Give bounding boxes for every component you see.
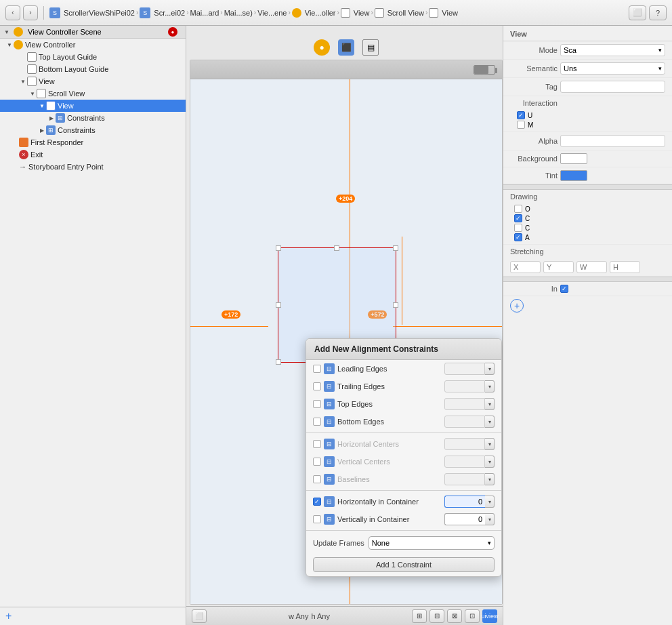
constraint-h-line-left — [190, 326, 268, 327]
installed-checkbox[interactable] — [560, 285, 568, 293]
sidebar-item-constraints-child[interactable]: ⊞ Constraints — [0, 112, 186, 124]
panel-row-stretching: Stretching — [503, 245, 672, 277]
scroll-view-triangle[interactable] — [28, 89, 37, 98]
add-constraint-button[interactable]: Add 1 Constraint — [313, 557, 495, 572]
toolbar-share-button[interactable]: ⬜ — [629, 5, 646, 20]
breadcrumb-item-4[interactable]: Mai...se) — [224, 9, 253, 17]
device-header — [190, 60, 502, 79]
breadcrumb-item-3[interactable]: Mai...ard — [190, 9, 219, 17]
leading-edges-checkbox[interactable] — [313, 365, 321, 373]
breadcrumb-item-6[interactable]: Vie...oller — [292, 8, 336, 18]
trailing-edges-icon: ⊟ — [324, 381, 335, 392]
sidebar-item-constraints-sibling[interactable]: ⊞ Constraints — [0, 124, 186, 136]
stretch-h-input[interactable] — [610, 261, 640, 273]
v-centers-checkbox[interactable] — [313, 458, 321, 466]
clips-checkbox[interactable] — [514, 214, 522, 222]
stretch-x-input[interactable] — [510, 261, 541, 273]
handle-bl[interactable] — [276, 359, 281, 365]
semantic-dropdown[interactable]: Uns ▾ — [560, 62, 665, 75]
tint-color-box[interactable] — [560, 170, 587, 181]
v-container-checkbox[interactable] — [313, 515, 321, 523]
v-centers-dropdown[interactable]: ▾ — [485, 456, 495, 468]
alpha-input[interactable] — [560, 135, 665, 147]
scroll-view-icon — [37, 89, 46, 98]
baselines-dropdown[interactable]: ▾ — [485, 473, 495, 485]
mode-dropdown[interactable]: Sca ▾ — [560, 44, 665, 56]
background-color-box[interactable] — [560, 153, 587, 164]
scene-triangle[interactable] — [3, 27, 11, 37]
breadcrumb-item-1[interactable]: S ScrollerViewShiPei02 — [49, 7, 135, 18]
v-container-input[interactable] — [444, 513, 485, 525]
handle-tl[interactable] — [276, 245, 281, 251]
breadcrumb-item-5[interactable]: Vie...ene — [257, 9, 287, 17]
user-interaction-checkbox[interactable] — [517, 111, 525, 119]
sidebar-item-bottom-layout[interactable]: Bottom Layout Guide — [0, 63, 186, 75]
breadcrumb-item-8[interactable]: Scroll View — [375, 8, 424, 18]
width-any-label: w Any — [289, 612, 308, 620]
sidebar-add-button[interactable]: + — [5, 610, 12, 622]
sidebar-item-inner-view[interactable]: View — [0, 100, 186, 112]
bottom-square-btn[interactable]: ⬜ — [192, 609, 207, 623]
top-edges-dropdown[interactable]: ▾ — [485, 398, 495, 410]
nav-back-button[interactable]: ‹ — [5, 5, 20, 20]
sidebar-bottom: + — [0, 607, 186, 625]
sidebar-item-view-controller[interactable]: View Controller — [0, 39, 186, 51]
bottom-edges-checkbox[interactable] — [313, 418, 321, 426]
breadcrumb-item-2[interactable]: S Scr...ei02 — [140, 7, 185, 18]
sidebar-item-exit[interactable]: × Exit — [0, 148, 186, 161]
leading-edges-dropdown[interactable]: ▾ — [485, 363, 495, 375]
handle-tm[interactable] — [334, 245, 339, 251]
top-layout-triangle — [19, 52, 27, 62]
handle-ml[interactable] — [276, 302, 281, 308]
bottom-grid-btn-4[interactable]: ⊡ — [465, 609, 480, 623]
stretch-w-input[interactable] — [576, 261, 607, 273]
h-centers-label: Horizontal Centers — [337, 440, 442, 448]
h-centers-dropdown[interactable]: ▾ — [485, 438, 495, 450]
sidebar-item-top-layout[interactable]: Top Layout Guide — [0, 51, 186, 63]
h-container-dropdown[interactable]: ▾ — [485, 496, 495, 508]
h-centers-checkbox[interactable] — [313, 440, 321, 448]
update-frames-label: Update Frames — [313, 539, 364, 547]
uiview-button[interactable]: uiview — [482, 609, 497, 623]
baselines-checkbox[interactable] — [313, 475, 321, 483]
constraints-sibling-triangle[interactable] — [38, 125, 46, 135]
stretch-y-input[interactable] — [543, 261, 574, 273]
h-container-input[interactable] — [444, 496, 485, 508]
toolbar-help-button[interactable]: ? — [649, 5, 667, 20]
canvas-icon-table[interactable]: ▤ — [362, 39, 379, 56]
panel-add-button[interactable]: + — [510, 299, 524, 312]
clear-context-checkbox[interactable] — [514, 224, 522, 232]
tag-input[interactable] — [560, 81, 665, 93]
breadcrumb-item-7[interactable]: View — [341, 8, 370, 18]
interaction-header: Interaction — [510, 99, 665, 107]
sidebar-item-first-responder[interactable]: First Responder — [0, 136, 186, 148]
opaque-checkbox[interactable] — [514, 205, 522, 213]
alignment-popup: Add New Alignment Constraints ⊟ Leading … — [306, 338, 502, 577]
canvas-icon-circle[interactable]: ● — [314, 39, 330, 56]
top-layout-icon — [27, 52, 37, 62]
trailing-edges-dropdown[interactable]: ▾ — [485, 380, 495, 392]
bottom-grid-btn-3[interactable]: ⊠ — [447, 609, 462, 623]
sidebar-item-scroll-view[interactable]: Scroll View — [0, 87, 186, 100]
v-container-dropdown[interactable]: ▾ — [485, 513, 495, 525]
constraints-child-triangle[interactable] — [47, 113, 56, 123]
sidebar-item-storyboard-entry[interactable]: → Storyboard Entry Point — [0, 161, 186, 173]
update-frames-select[interactable]: None ▾ — [369, 536, 495, 550]
vc-triangle[interactable] — [5, 40, 14, 49]
canvas-icon-box[interactable]: ⬛ — [338, 39, 354, 56]
bottom-grid-btn-2[interactable]: ⊟ — [429, 609, 444, 623]
breadcrumb-item-9[interactable]: View — [429, 8, 458, 18]
bottom-edges-dropdown[interactable]: ▾ — [485, 416, 495, 428]
handle-mr[interactable] — [393, 302, 398, 308]
top-edges-checkbox[interactable] — [313, 400, 321, 408]
nav-forward-button[interactable]: › — [23, 5, 38, 20]
inner-view-triangle[interactable] — [38, 101, 46, 110]
bottom-grid-btn-1[interactable]: ⊞ — [412, 609, 427, 623]
multiple-touch-checkbox[interactable] — [517, 121, 525, 129]
h-container-checkbox[interactable] — [313, 498, 321, 506]
trailing-edges-checkbox[interactable] — [313, 382, 321, 390]
sidebar-item-view[interactable]: View — [0, 75, 186, 87]
view-triangle[interactable] — [19, 77, 27, 86]
autoresize-checkbox[interactable] — [514, 233, 522, 241]
handle-tr[interactable] — [393, 245, 398, 251]
